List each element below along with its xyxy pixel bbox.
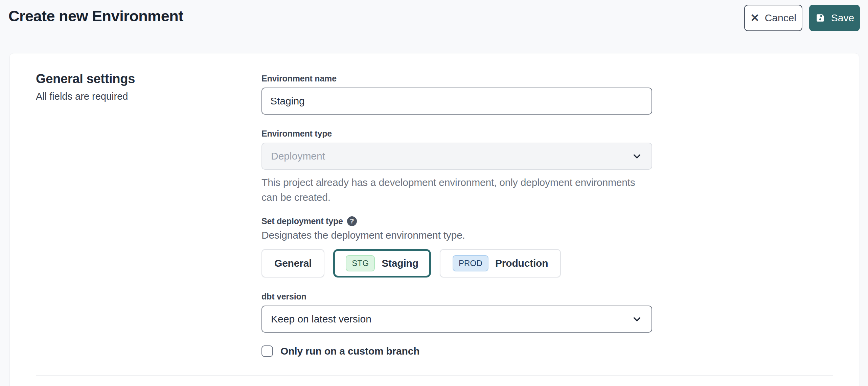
custom-branch-checkbox[interactable]	[261, 345, 273, 357]
deployment-type-description: Designates the deployment environment ty…	[261, 230, 652, 241]
custom-branch-row: Only run on a custom branch	[261, 345, 652, 357]
section-divider	[36, 375, 833, 376]
environment-name-input[interactable]	[261, 88, 652, 115]
section-subtitle: All fields are required	[36, 91, 261, 102]
deployment-option-production-label: Production	[495, 258, 548, 269]
chevron-down-icon	[631, 313, 643, 325]
save-button[interactable]: Save	[809, 5, 860, 31]
close-icon: ✕	[750, 13, 759, 23]
deployment-type-options: General STG Staging PROD Production	[261, 249, 652, 278]
environment-form: Environment name Environment type Deploy…	[261, 68, 652, 357]
environment-name-label: Environment name	[261, 74, 652, 83]
page-title: Create new Environment	[8, 7, 183, 25]
header-actions: ✕ Cancel Save	[744, 5, 860, 31]
environment-type-value: Deployment	[271, 150, 325, 162]
save-floppy-icon	[815, 13, 826, 23]
deployment-option-staging-label: Staging	[382, 258, 418, 269]
section-title: General settings	[36, 72, 261, 86]
dbt-version-select[interactable]: Keep on latest version	[261, 306, 652, 333]
staging-badge: STG	[346, 255, 375, 271]
deployment-option-general[interactable]: General	[261, 249, 324, 278]
custom-branch-label: Only run on a custom branch	[280, 345, 419, 357]
help-circle-icon[interactable]: ?	[347, 216, 357, 226]
production-badge: PROD	[453, 255, 488, 271]
environment-type-helper: This project already has a development e…	[261, 175, 647, 205]
page-header: Create new Environment ✕ Cancel Save	[0, 0, 868, 37]
save-button-label: Save	[831, 12, 854, 24]
deployment-type-label: Set deployment type	[261, 216, 343, 226]
section-intro: General settings All fields are required	[36, 68, 261, 357]
deployment-option-staging[interactable]: STG Staging	[333, 249, 431, 278]
deployment-option-general-label: General	[274, 258, 312, 269]
cancel-button-label: Cancel	[765, 12, 796, 24]
deployment-type-label-row: Set deployment type ?	[261, 216, 652, 226]
dbt-version-value: Keep on latest version	[271, 313, 371, 325]
chevron-down-icon	[631, 150, 643, 162]
cancel-button[interactable]: ✕ Cancel	[744, 5, 802, 31]
environment-type-label: Environment type	[261, 129, 652, 139]
environment-settings-card: General settings All fields are required…	[9, 53, 859, 386]
deployment-option-production[interactable]: PROD Production	[440, 249, 561, 278]
environment-type-select[interactable]: Deployment	[261, 143, 652, 170]
dbt-version-label: dbt version	[261, 292, 652, 301]
